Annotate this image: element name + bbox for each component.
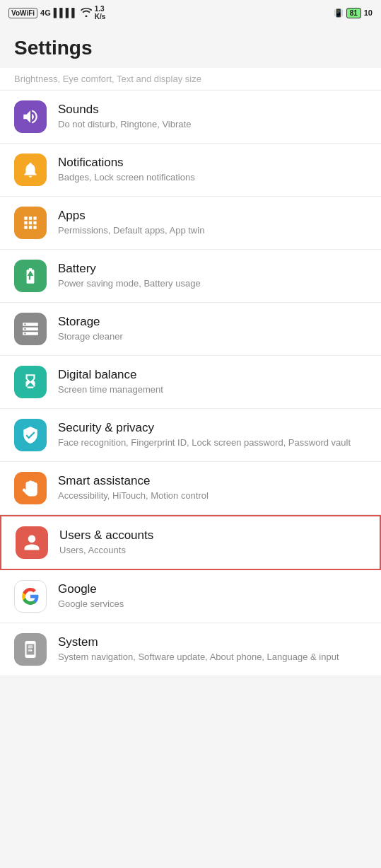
apps-subtitle: Permissions, Default apps, App twin xyxy=(58,224,367,237)
smart-assistance-icon-wrapper xyxy=(14,472,47,504)
page-title: Settings xyxy=(0,25,381,68)
system-icon-wrapper xyxy=(14,633,47,666)
digital-balance-text: Digital balance Screen time management xyxy=(58,368,367,396)
users-accounts-title: Users & accounts xyxy=(59,528,365,543)
storage-subtitle: Storage cleaner xyxy=(58,330,367,343)
digital-balance-icon-wrapper xyxy=(14,366,47,398)
smart-assistance-subtitle: Accessibility, HiTouch, Motion control xyxy=(58,490,367,502)
smart-assistance-title: Smart assistance xyxy=(58,474,367,488)
smart-assistance-text: Smart assistance Accessibility, HiTouch,… xyxy=(58,474,367,502)
settings-list: Sounds Do not disturb, Ringtone, Vibrate… xyxy=(0,91,381,676)
security-title: Security & privacy xyxy=(58,421,367,435)
storage-title: Storage xyxy=(58,315,367,329)
speed-indicator: 1.3K/s xyxy=(95,5,106,21)
security-icon-wrapper xyxy=(14,419,47,451)
google-icon xyxy=(21,587,40,606)
status-left: VoWiFi 4G ▌▌▌▌ 1.3K/s xyxy=(8,5,105,21)
settings-item-smart-assistance[interactable]: Smart assistance Accessibility, HiTouch,… xyxy=(0,462,381,515)
battery-text: Battery Power saving mode, Battery usage xyxy=(58,262,367,290)
users-accounts-text: Users & accounts Users, Accounts xyxy=(59,528,365,557)
notifications-title: Notifications xyxy=(58,156,367,170)
wifi-icon xyxy=(81,8,92,18)
system-icon xyxy=(21,640,40,659)
hand-icon xyxy=(21,479,40,497)
battery-percent: 10 xyxy=(364,8,373,17)
settings-item-system[interactable]: System System navigation, Software updat… xyxy=(0,623,381,676)
google-icon-wrapper xyxy=(14,580,47,613)
security-text: Security & privacy Face recognition, Fin… xyxy=(58,421,367,449)
settings-item-apps[interactable]: Apps Permissions, Default apps, App twin xyxy=(0,197,381,250)
settings-item-notifications[interactable]: Notifications Badges, Lock screen notifi… xyxy=(0,144,381,197)
bell-icon xyxy=(21,161,40,179)
apps-text: Apps Permissions, Default apps, App twin xyxy=(58,209,367,237)
notifications-text: Notifications Badges, Lock screen notifi… xyxy=(58,156,367,184)
battery-icon xyxy=(21,267,40,285)
system-title: System xyxy=(58,635,367,649)
storage-icon xyxy=(21,320,40,338)
truncated-display-item[interactable]: Brightness, Eye comfort, Text and displa… xyxy=(0,68,381,91)
notifications-icon-wrapper xyxy=(14,154,47,186)
settings-item-users-accounts[interactable]: Users & accounts Users, Accounts xyxy=(0,515,381,570)
google-subtitle: Google services xyxy=(58,598,367,611)
sounds-icon-wrapper xyxy=(14,100,47,133)
signal-4g: 4G xyxy=(40,8,51,17)
sounds-text: Sounds Do not disturb, Ringtone, Vibrate xyxy=(58,103,367,131)
apps-title: Apps xyxy=(58,209,367,223)
signal-bars: ▌▌▌▌ xyxy=(54,8,78,18)
users-icon-wrapper xyxy=(16,526,48,559)
battery-title: Battery xyxy=(58,262,367,276)
system-subtitle: System navigation, Software update, Abou… xyxy=(58,651,367,664)
settings-item-security-privacy[interactable]: Security & privacy Face recognition, Fin… xyxy=(0,409,381,462)
digital-balance-subtitle: Screen time management xyxy=(58,383,367,396)
settings-item-storage[interactable]: Storage Storage cleaner xyxy=(0,303,381,356)
status-right: 📳 81 10 xyxy=(334,8,373,18)
security-subtitle: Face recognition, Fingerprint ID, Lock s… xyxy=(58,436,367,449)
notifications-subtitle: Badges, Lock screen notifications xyxy=(58,171,367,184)
person-icon xyxy=(23,533,41,552)
settings-item-sounds[interactable]: Sounds Do not disturb, Ringtone, Vibrate xyxy=(0,91,381,144)
digital-balance-title: Digital balance xyxy=(58,368,367,382)
sounds-subtitle: Do not disturb, Ringtone, Vibrate xyxy=(58,118,367,131)
battery-icon-wrapper xyxy=(14,260,47,292)
settings-item-battery[interactable]: Battery Power saving mode, Battery usage xyxy=(0,250,381,303)
shield-icon xyxy=(21,426,40,444)
battery-subtitle: Power saving mode, Battery usage xyxy=(58,277,367,290)
hourglass-icon xyxy=(21,373,40,391)
settings-item-digital-balance[interactable]: Digital balance Screen time management xyxy=(0,356,381,409)
status-bar: VoWiFi 4G ▌▌▌▌ 1.3K/s 📳 81 10 xyxy=(0,0,381,25)
vowifi-label: VoWiFi xyxy=(8,8,37,18)
google-title: Google xyxy=(58,582,367,596)
settings-item-google[interactable]: Google Google services xyxy=(0,570,381,623)
system-text: System System navigation, Software updat… xyxy=(58,635,367,664)
apps-icon-wrapper xyxy=(14,207,47,239)
vibrate-icon: 📳 xyxy=(334,8,344,18)
battery-indicator: 81 xyxy=(346,8,361,18)
storage-text: Storage Storage cleaner xyxy=(58,315,367,343)
users-accounts-subtitle: Users, Accounts xyxy=(59,544,365,557)
sound-icon xyxy=(21,108,40,126)
apps-icon xyxy=(21,214,40,232)
google-text: Google Google services xyxy=(58,582,367,611)
sounds-title: Sounds xyxy=(58,103,367,117)
storage-icon-wrapper xyxy=(14,313,47,345)
